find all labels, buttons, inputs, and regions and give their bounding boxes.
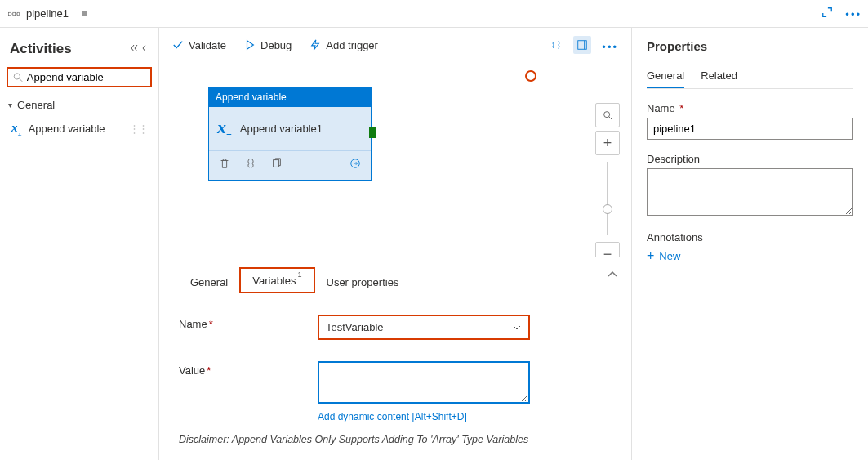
- group-general[interactable]: General: [5, 94, 154, 116]
- svg-point-5: [14, 73, 20, 78]
- validate-button[interactable]: Validate: [172, 39, 226, 51]
- drag-handle-icon[interactable]: ⋮⋮: [129, 123, 147, 135]
- activity-search-input[interactable]: [24, 71, 145, 83]
- pipeline-name-input[interactable]: [647, 118, 853, 140]
- name-label: Name*: [179, 315, 318, 330]
- pipeline-toolbar: Validate Debug Add trigger •••: [159, 28, 631, 62]
- svg-rect-1: [13, 12, 16, 16]
- pipeline-description-input[interactable]: [647, 168, 853, 216]
- plus-icon: +: [647, 248, 654, 263]
- tab-variables[interactable]: Variables1: [239, 267, 314, 293]
- more-icon[interactable]: •••: [845, 8, 861, 20]
- variable-icon: x+: [217, 117, 232, 141]
- topbar: pipeline1 •••: [0, 0, 868, 28]
- svg-rect-7: [577, 41, 586, 50]
- pipeline-canvas[interactable]: Append variable x+ Append variable1 + −: [159, 62, 631, 257]
- prop-annotations-label: Annotations: [647, 231, 853, 243]
- check-icon: [172, 39, 184, 51]
- expand-node-icon[interactable]: [349, 158, 361, 172]
- copy-icon[interactable]: [271, 158, 283, 172]
- code-view-icon[interactable]: [550, 41, 562, 53]
- unsaved-indicator: [82, 11, 87, 16]
- code-braces-icon[interactable]: [245, 158, 256, 172]
- prop-name-label: Name *: [647, 102, 853, 114]
- fit-to-screen-button[interactable]: [595, 103, 620, 127]
- play-icon: [244, 39, 256, 51]
- zoom-thumb[interactable]: [603, 204, 612, 214]
- toolbar-more-icon[interactable]: •••: [602, 41, 618, 53]
- output-handle[interactable]: [369, 127, 376, 138]
- add-trigger-button[interactable]: Add trigger: [309, 39, 378, 51]
- collapse-sidebar-icon[interactable]: [131, 43, 149, 56]
- tab-title[interactable]: pipeline1: [26, 7, 69, 20]
- svg-line-6: [20, 78, 22, 81]
- activity-search[interactable]: [7, 67, 152, 87]
- node-header: Append variable: [209, 87, 371, 107]
- expand-icon[interactable]: [821, 8, 833, 20]
- new-annotation-button[interactable]: + New: [647, 248, 853, 263]
- activity-append-variable[interactable]: x+ Append variable ⋮⋮: [5, 116, 154, 141]
- debug-button[interactable]: Debug: [244, 39, 292, 51]
- canvas-append-variable-node[interactable]: Append variable x+ Append variable1: [208, 87, 372, 181]
- value-label: Value*: [179, 361, 318, 377]
- variable-name-select[interactable]: TestVariable: [318, 315, 530, 340]
- chevron-down-icon: [512, 324, 522, 332]
- properties-pane: Properties General Related Name * Descri…: [631, 28, 868, 460]
- zoom-out-button[interactable]: −: [595, 242, 620, 257]
- bolt-icon: [309, 39, 321, 51]
- disclaimer-text: Disclaimer: Append Variables Only Suppor…: [179, 434, 612, 445]
- svg-line-12: [609, 117, 612, 120]
- pipeline-icon: [7, 8, 21, 20]
- tab-user-properties[interactable]: User properties: [315, 271, 411, 293]
- node-title: Append variable1: [240, 123, 323, 135]
- activity-settings-panel: General Variables1 User properties Name*…: [159, 257, 631, 460]
- zoom-in-button[interactable]: +: [595, 131, 620, 155]
- svg-rect-2: [17, 12, 19, 16]
- add-dynamic-content-link[interactable]: Add dynamic content [Alt+Shift+D]: [318, 411, 530, 422]
- svg-rect-9: [274, 160, 279, 167]
- zoom-slider[interactable]: [607, 162, 608, 235]
- search-icon: [13, 72, 24, 83]
- highlight-marker: [525, 70, 536, 82]
- tab-general[interactable]: General: [179, 271, 239, 293]
- prop-tab-general[interactable]: General: [647, 65, 684, 88]
- activity-label: Append variable: [29, 123, 105, 135]
- properties-toggle-icon[interactable]: [573, 36, 591, 54]
- variable-icon: x+: [11, 121, 22, 136]
- properties-title: Properties: [647, 39, 853, 53]
- delete-icon[interactable]: [219, 158, 230, 172]
- collapse-panel-icon[interactable]: [607, 269, 618, 281]
- activities-title: Activities: [10, 41, 72, 57]
- prop-desc-label: Description: [647, 153, 853, 165]
- zoom-controls: + −: [595, 103, 620, 257]
- svg-rect-0: [9, 12, 11, 16]
- variable-value-input[interactable]: [318, 361, 530, 404]
- variable-name-value: TestVariable: [326, 321, 384, 333]
- prop-tab-related[interactable]: Related: [701, 65, 737, 88]
- svg-point-11: [604, 112, 610, 118]
- activities-sidebar: Activities General x+ Append variable ⋮⋮: [0, 28, 159, 460]
